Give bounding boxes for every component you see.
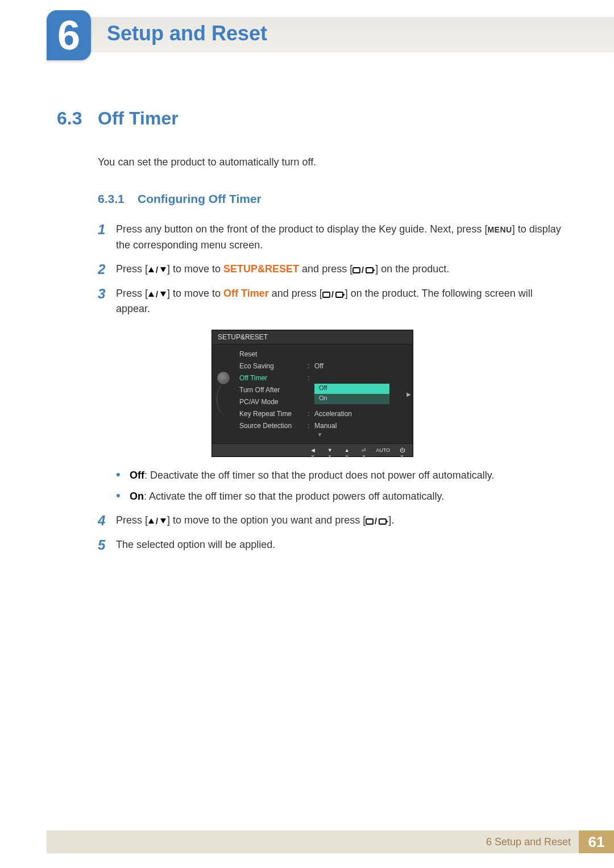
- option-on-text: : Activate the off timer so that the pro…: [144, 491, 444, 502]
- step-3: 3 Press [/] to move to Off Timer and pre…: [98, 286, 566, 318]
- osd-indicator-column: [212, 344, 235, 443]
- osd-title: SETUP&RESET: [212, 330, 413, 344]
- osd-down-icon: ▼: [325, 446, 335, 454]
- svg-rect-10: [323, 292, 330, 297]
- osd-auto-label: AUTO: [376, 446, 390, 454]
- section-title: Off Timer: [98, 108, 179, 129]
- osd-up-icon: ▲: [342, 446, 352, 454]
- footer-chapter-label: 6 Setup and Reset: [486, 836, 571, 848]
- option-off-text: : Deactivate the off timer so that the p…: [144, 470, 494, 481]
- step-1: 1 Press any button on the front of the p…: [98, 222, 566, 254]
- enter-source-icon: /: [352, 266, 375, 274]
- svg-text:/: /: [375, 517, 377, 525]
- chapter-title: Setup and Reset: [107, 22, 267, 45]
- svg-rect-12: [336, 292, 343, 297]
- subsection-heading: 6.3.1 Configuring Off Timer: [98, 192, 566, 206]
- svg-text:/: /: [156, 290, 158, 298]
- bullet-icon: •: [116, 467, 130, 484]
- osd-item-eco-saving: Eco Saving:Off: [235, 360, 405, 372]
- svg-text:/: /: [156, 517, 158, 525]
- osd-enter-icon: ⏎: [359, 446, 369, 454]
- text: Press [: [116, 288, 148, 299]
- svg-marker-7: [148, 292, 154, 297]
- osd-label: Source Detection: [239, 422, 308, 430]
- footer-page-number: 61: [579, 830, 614, 853]
- chapter-badge: 6: [47, 10, 91, 60]
- step-text: Press [/] to move to Off Timer and press…: [116, 286, 566, 318]
- step-number: 5: [98, 537, 116, 554]
- menu-button-label: MENU: [487, 225, 512, 234]
- svg-rect-19: [379, 519, 386, 524]
- text: Press [: [116, 263, 148, 275]
- svg-rect-3: [353, 268, 360, 273]
- text: ] to move to: [167, 288, 223, 299]
- svg-text:/: /: [331, 290, 334, 298]
- text: ] on the product.: [375, 263, 449, 275]
- osd-item-reset: Reset: [235, 348, 405, 360]
- off-timer-label: Off Timer: [223, 288, 269, 299]
- section-heading: 6.3 Off Timer: [57, 108, 566, 129]
- chapter-number: 6: [57, 15, 80, 56]
- option-off-label: Off: [130, 470, 144, 481]
- osd-power-icon: ⏻: [397, 446, 407, 454]
- osd-label: Reset: [239, 350, 308, 358]
- osd-label: Turn Off After: [239, 386, 308, 394]
- enter-source-icon: /: [322, 290, 345, 298]
- osd-item-key-repeat: Key Repeat Time:Acceleration: [235, 408, 405, 420]
- step-number: 1: [98, 222, 116, 254]
- osd-label-selected: Off Timer: [239, 374, 308, 382]
- text: and press [: [269, 288, 322, 299]
- svg-marker-9: [160, 292, 166, 297]
- bullet-icon: •: [116, 488, 130, 505]
- osd-label: PC/AV Mode: [239, 398, 308, 406]
- page-content: 6.3 Off Timer You can set the product to…: [57, 108, 566, 562]
- up-down-arrows-icon: /: [148, 290, 167, 298]
- section-number: 6.3: [57, 108, 98, 129]
- page-footer: 6 Setup and Reset 61: [47, 830, 614, 853]
- step-4: 4 Press [/] to move to the option you wa…: [98, 513, 566, 529]
- up-down-arrows-icon: /: [148, 517, 167, 525]
- svg-text:/: /: [156, 266, 158, 274]
- section-intro: You can set the product to automatically…: [98, 156, 566, 168]
- osd-label: Eco Saving: [239, 362, 308, 370]
- svg-rect-5: [366, 268, 373, 273]
- text: and press [: [299, 263, 352, 275]
- option-on-label: On: [130, 491, 144, 502]
- subsection-title: Configuring Off Timer: [138, 192, 262, 206]
- step-text: The selected option will be applied.: [116, 537, 566, 554]
- step-number: 3: [98, 286, 116, 318]
- osd-right-arrow-icon: ▶: [405, 344, 413, 443]
- osd-screenshot: SETUP&RESET Reset Eco Saving:Off Off Tim…: [211, 330, 413, 457]
- svg-marker-2: [160, 267, 166, 272]
- subsection-number: 6.3.1: [98, 192, 138, 206]
- bullet-on: • On: Activate the off timer so that the…: [116, 488, 566, 505]
- svg-marker-0: [148, 267, 154, 272]
- step-5: 5 The selected option will be applied.: [98, 537, 566, 554]
- osd-value: Acceleration: [314, 410, 352, 418]
- osd-more-indicator: ▼: [235, 431, 405, 440]
- svg-text:/: /: [362, 266, 364, 274]
- text: Press any button on the front of the pro…: [116, 223, 487, 235]
- step-text: Press [/] to move to SETUP&RESET and pre…: [116, 261, 566, 278]
- arc-decoration: [217, 382, 236, 416]
- svg-marker-14: [148, 518, 154, 524]
- enter-source-icon: /: [366, 517, 388, 525]
- text: ] to move to the option you want and pre…: [167, 514, 366, 526]
- text: ] to move to: [167, 263, 223, 275]
- osd-item-off-timer: Off Timer:: [235, 372, 405, 384]
- osd-item-source-detection: Source Detection:Manual: [235, 420, 405, 431]
- step-text: Press [/] to move to the option you want…: [116, 513, 566, 529]
- setup-reset-label: SETUP&RESET: [223, 263, 299, 275]
- step-2: 2 Press [/] to move to SETUP&RESET and p…: [98, 261, 566, 278]
- osd-value: Off: [314, 362, 323, 370]
- step-number: 2: [98, 261, 116, 278]
- osd-label: Key Repeat Time: [239, 410, 308, 418]
- osd-value: Manual: [314, 422, 337, 430]
- option-descriptions: • Off: Deactivate the off timer so that …: [116, 467, 566, 505]
- up-down-arrows-icon: /: [148, 266, 167, 274]
- text: ].: [388, 514, 394, 526]
- step-number: 4: [98, 513, 116, 529]
- text: Press [: [116, 514, 148, 526]
- step-text: Press any button on the front of the pro…: [116, 222, 566, 254]
- svg-rect-17: [366, 519, 373, 524]
